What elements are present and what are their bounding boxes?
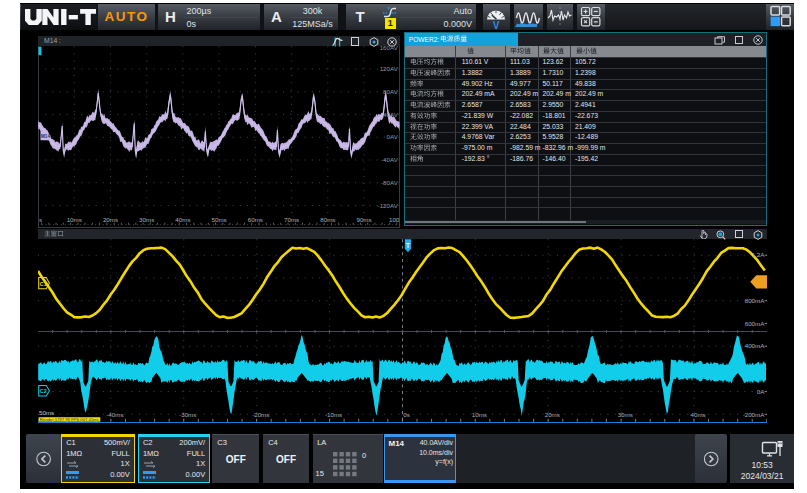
svg-text:50ms: 50ms xyxy=(39,409,54,416)
svg-text:30ms: 30ms xyxy=(139,217,154,224)
svg-text:-80AV: -80AV xyxy=(381,179,399,186)
svg-text:800mA: 800mA xyxy=(745,296,765,303)
svg-text:V: V xyxy=(493,20,500,30)
svg-text:120AV: 120AV xyxy=(380,65,399,72)
svg-text:-40ms: -40ms xyxy=(107,410,124,417)
svg-text:s: s xyxy=(39,217,42,224)
svg-text:600mA: 600mA xyxy=(745,319,765,326)
svg-text:-200mA: -200mA xyxy=(743,410,766,417)
svg-text:10ms: 10ms xyxy=(67,217,82,224)
svg-text:0AV: 0AV xyxy=(387,134,399,141)
svg-text:80ms: 80ms xyxy=(321,217,336,224)
svg-text:60ms: 60ms xyxy=(248,217,263,224)
svg-text:-120AV: -120AV xyxy=(378,202,399,209)
svg-text:-30ms: -30ms xyxy=(179,410,196,417)
svg-text:-40AV: -40AV xyxy=(381,156,399,163)
svg-text:50ms: 50ms xyxy=(212,217,227,224)
svg-text:90ms: 90ms xyxy=(357,217,372,224)
svg-text:T: T xyxy=(406,242,411,249)
svg-text:0s: 0s xyxy=(404,410,411,417)
svg-text:160AV: 160AV xyxy=(380,46,399,51)
svg-text:40AV: 40AV xyxy=(383,111,399,118)
svg-text:-20ms: -20ms xyxy=(252,410,269,417)
svg-text:100: 100 xyxy=(389,217,400,224)
svg-text:M14: M14 xyxy=(41,134,50,139)
svg-text:40ms: 40ms xyxy=(176,217,191,224)
svg-text:C2: C2 xyxy=(40,388,47,394)
svg-text:30ms: 30ms xyxy=(618,410,633,417)
svg-text:40ms: 40ms xyxy=(691,410,706,417)
svg-text:20ms: 20ms xyxy=(103,217,118,224)
svg-text:80AV: 80AV xyxy=(383,88,399,95)
svg-text:10ms: 10ms xyxy=(472,410,487,417)
svg-text:-10ms: -10ms xyxy=(325,410,342,417)
svg-text:C1: C1 xyxy=(40,280,47,286)
svg-text:0A: 0A xyxy=(757,387,765,394)
svg-text:20ms: 20ms xyxy=(545,410,560,417)
svg-text:400mA: 400mA xyxy=(745,342,765,349)
svg-text:70ms: 70ms xyxy=(284,217,299,224)
svg-text:1.2A: 1.2A xyxy=(752,251,766,258)
